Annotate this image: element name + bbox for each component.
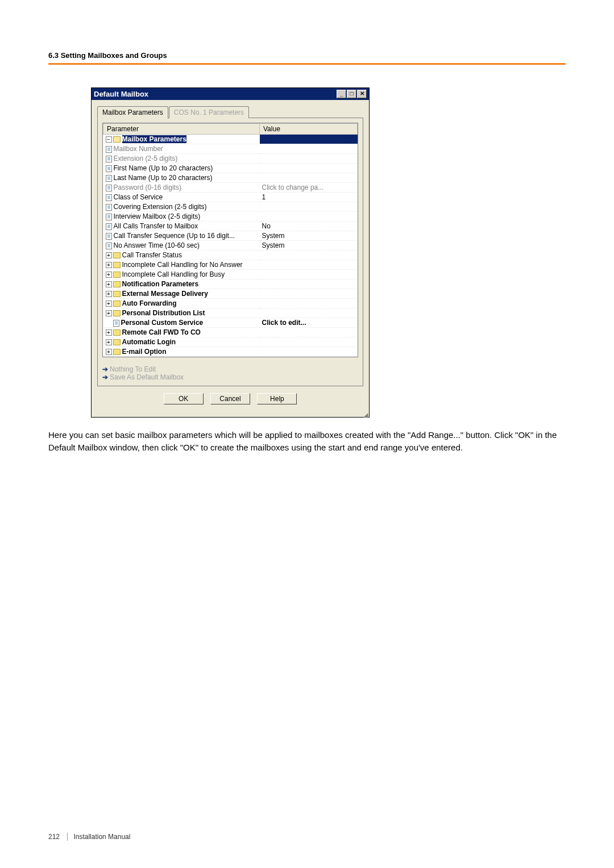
row-notification-parameters[interactable]: +Notification Parameters [103, 279, 358, 289]
folder-icon [113, 281, 121, 287]
label: Class of Service [114, 193, 163, 201]
property-icon [113, 320, 119, 327]
label: Personal Custom Service [121, 319, 204, 327]
label: Password (0-16 digits) [114, 183, 181, 191]
row-first-name[interactable]: First Name (Up to 20 characters) [103, 164, 358, 173]
value: 1 [260, 193, 358, 202]
expand-icon[interactable]: + [106, 339, 112, 345]
value [260, 337, 358, 347]
arrow-icon: ➔ [102, 373, 108, 381]
expand-icon[interactable]: + [106, 252, 112, 258]
row-external-message-delivery[interactable]: +External Message Delivery [103, 289, 358, 299]
row-remote-call-fwd[interactable]: +Remote Call FWD To CO [103, 328, 358, 337]
resize-grip-icon[interactable]: ◢ [92, 412, 369, 417]
row-auto-forwarding[interactable]: +Auto Forwarding [103, 299, 358, 308]
label: Call Transfer Status [122, 251, 182, 259]
label: Auto Forwarding [122, 299, 177, 307]
row-all-calls-transfer[interactable]: All Calls Transfer to Mailbox No [103, 222, 358, 231]
parameter-tree[interactable]: Parameter Value −Mailbox Parameters Mail… [102, 123, 358, 357]
label: All Calls Transfer to Mailbox [114, 222, 198, 230]
value [260, 279, 358, 289]
column-parameter[interactable]: Parameter [103, 124, 260, 135]
row-personal-distribution-list[interactable]: +Personal Distribution List [103, 308, 358, 318]
page-footer: 212 Installation Manual [48, 833, 130, 841]
expand-icon[interactable]: + [106, 272, 112, 278]
value [260, 202, 358, 212]
property-icon [106, 185, 112, 191]
row-covering-extension[interactable]: Covering Extension (2-5 digits) [103, 202, 358, 212]
value [260, 299, 358, 308]
row-personal-custom-service[interactable]: Personal Custom Service Click to edit... [103, 318, 358, 328]
value [260, 154, 358, 164]
expand-icon[interactable]: + [106, 329, 112, 336]
column-value[interactable]: Value [260, 124, 358, 135]
label: First Name (Up to 20 characters) [114, 164, 213, 172]
property-icon [106, 175, 112, 182]
row-no-answer-time[interactable]: No Answer Time (10-60 sec) System [103, 241, 358, 251]
maximize-button[interactable]: □ [347, 90, 356, 98]
row-automatic-login[interactable]: +Automatic Login [103, 337, 358, 347]
property-icon [106, 204, 112, 211]
label: Incomplete Call Handling for No Answer [122, 261, 243, 269]
label: Personal Distribution List [122, 309, 205, 317]
property-icon [106, 243, 112, 249]
link-save-as-default: ➔Save As Default Mailbox [102, 373, 358, 381]
value [260, 308, 358, 318]
label: Notification Parameters [122, 280, 199, 288]
row-call-transfer-sequence[interactable]: Call Transfer Sequence (Up to 16 digit..… [103, 231, 358, 241]
folder-icon [113, 329, 121, 336]
value [260, 164, 358, 173]
expand-icon[interactable]: + [106, 281, 112, 287]
minimize-button[interactable]: _ [337, 90, 346, 98]
link-nothing-to-edit: ➔Nothing To Edit [102, 365, 358, 373]
folder-icon [113, 252, 121, 258]
value [260, 270, 358, 279]
label: No Answer Time (10-60 sec) [114, 241, 200, 249]
row-interview-mailbox[interactable]: Interview Mailbox (2-5 digits) [103, 212, 358, 222]
help-button[interactable]: Help [257, 393, 297, 404]
label: Incomplete Call Handling for Busy [122, 270, 225, 278]
value [260, 144, 358, 154]
row-extension[interactable]: Extension (2-5 digits) [103, 154, 358, 164]
value [260, 328, 358, 337]
dialog-title: Default Mailbox [94, 90, 148, 98]
expand-icon[interactable]: + [106, 310, 112, 316]
footer-doc-title: Installation Manual [67, 833, 130, 841]
value [260, 347, 358, 357]
row-incomplete-no-answer[interactable]: +Incomplete Call Handling for No Answer [103, 260, 358, 270]
expand-icon[interactable]: + [106, 291, 112, 297]
row-last-name[interactable]: Last Name (Up to 20 characters) [103, 173, 358, 183]
row-email-option[interactable]: +E-mail Option [103, 347, 358, 357]
row-mailbox-parameters[interactable]: −Mailbox Parameters [103, 135, 358, 144]
tab-cos-parameters[interactable]: COS No. 1 Parameters [169, 106, 249, 118]
folder-icon [113, 301, 121, 307]
tab-mailbox-parameters[interactable]: Mailbox Parameters [97, 106, 168, 119]
description-text: Here you can set basic mailbox parameter… [48, 429, 566, 454]
row-password[interactable]: Password (0-16 digits) Click to change p… [103, 183, 358, 193]
value [260, 135, 358, 144]
label: Mailbox Number [114, 145, 163, 153]
row-mailbox-number[interactable]: Mailbox Number [103, 144, 358, 154]
ok-button[interactable]: OK [164, 393, 204, 404]
value [260, 173, 358, 183]
folder-icon [113, 262, 121, 268]
close-button[interactable]: ✕ [357, 90, 367, 98]
cancel-button[interactable]: Cancel [210, 393, 250, 404]
value: No [260, 222, 358, 231]
value [260, 260, 358, 270]
row-class-of-service[interactable]: Class of Service 1 [103, 193, 358, 202]
default-mailbox-dialog: Default Mailbox _ □ ✕ Mailbox Parameters… [91, 87, 370, 418]
expand-icon[interactable]: + [106, 301, 112, 307]
value: Click to edit... [260, 318, 358, 328]
collapse-icon[interactable]: − [106, 136, 112, 143]
label: Covering Extension (2-5 digits) [114, 203, 207, 211]
expand-icon[interactable]: + [106, 349, 112, 355]
property-icon [106, 146, 112, 153]
expand-icon[interactable]: + [106, 262, 112, 268]
row-incomplete-busy[interactable]: +Incomplete Call Handling for Busy [103, 270, 358, 279]
value: System [260, 241, 358, 251]
property-icon [106, 156, 112, 162]
folder-icon [113, 339, 121, 345]
row-call-transfer-status[interactable]: +Call Transfer Status [103, 251, 358, 260]
property-icon [106, 194, 112, 201]
